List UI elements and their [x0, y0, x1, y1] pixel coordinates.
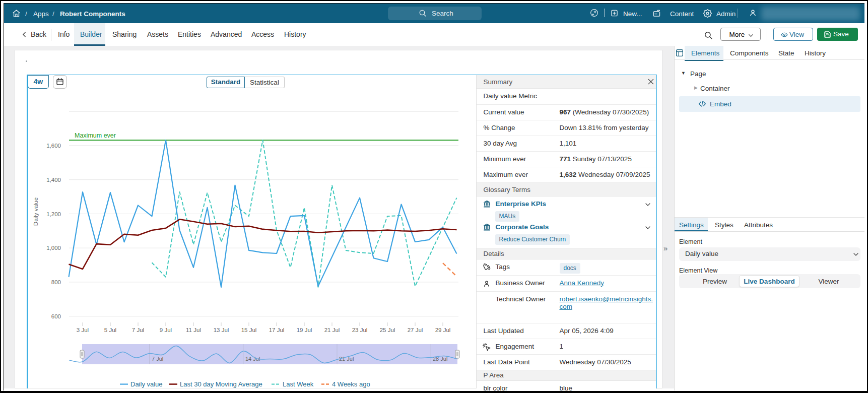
svg-text:9 Jul: 9 Jul — [160, 327, 172, 333]
svg-text:29 Jul: 29 Jul — [435, 327, 451, 333]
svg-text:21 Jul: 21 Jul — [324, 327, 340, 333]
svg-text:17 Jul: 17 Jul — [269, 327, 285, 333]
svg-text:600: 600 — [51, 313, 61, 319]
svg-text:Last Week: Last Week — [283, 380, 314, 388]
svg-text:Daily value: Daily value — [33, 198, 39, 226]
svg-text:15 Jul: 15 Jul — [241, 327, 257, 333]
svg-text:1,000: 1,000 — [46, 245, 61, 251]
svg-text:1,600: 1,600 — [46, 143, 61, 149]
svg-text:11 Jul: 11 Jul — [186, 327, 201, 333]
svg-text:19 Jul: 19 Jul — [297, 327, 312, 333]
svg-text:1,200: 1,200 — [46, 211, 61, 217]
svg-text:3 Jul: 3 Jul — [77, 327, 89, 333]
svg-text:7 Jul: 7 Jul — [132, 327, 144, 333]
svg-text:Maximum ever: Maximum ever — [75, 132, 116, 139]
svg-text:4 Weeks ago: 4 Weeks ago — [332, 380, 370, 388]
svg-text:23 Jul: 23 Jul — [352, 327, 368, 333]
svg-text:800: 800 — [51, 279, 61, 285]
svg-text:1,400: 1,400 — [46, 177, 61, 183]
svg-text:Last 30 day Moving Average: Last 30 day Moving Average — [180, 380, 262, 388]
svg-text:27 Jul: 27 Jul — [408, 327, 423, 333]
svg-text:13 Jul: 13 Jul — [214, 327, 229, 333]
svg-text:7 Jul: 7 Jul — [152, 356, 163, 362]
svg-text:Daily value: Daily value — [130, 380, 163, 388]
svg-text:25 Jul: 25 Jul — [380, 327, 395, 333]
svg-text:5 Jul: 5 Jul — [104, 327, 116, 333]
